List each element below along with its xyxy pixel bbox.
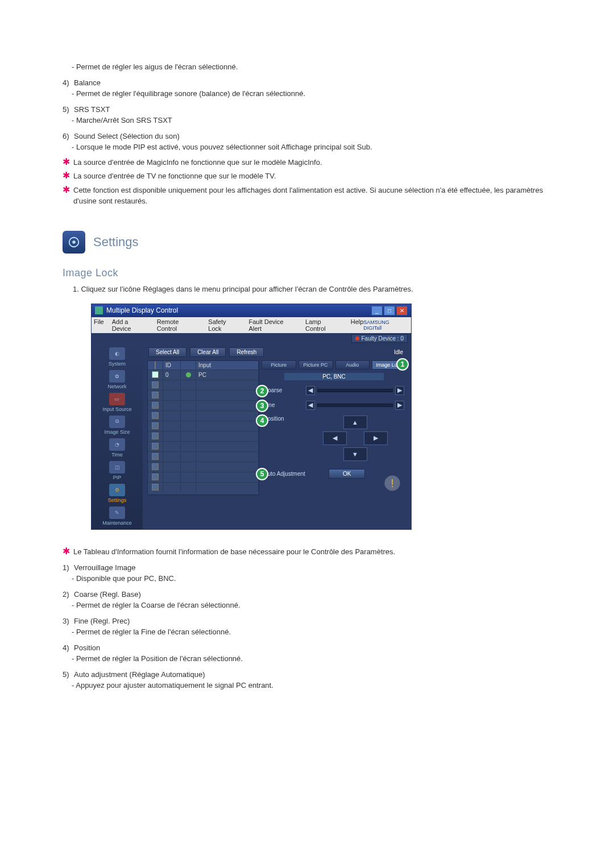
- ok-button[interactable]: OK: [329, 469, 365, 479]
- toolbar-buttons: Select All Clear All Refresh: [148, 347, 264, 357]
- sidebar-label: PIP: [113, 475, 122, 480]
- callout-4: 4: [256, 414, 268, 427]
- decrease-button[interactable]: ◀: [306, 386, 315, 395]
- fine-label: Fine: [264, 402, 301, 408]
- device-grid: ID Input 0 PC: [147, 360, 259, 495]
- list-label: Fine (Regl. Prec): [74, 617, 130, 625]
- faulty-device-badge: Faulty Device : 0: [351, 334, 408, 343]
- body-text: Permet de régler la Fine de l'écran séle…: [76, 628, 231, 636]
- arrow-up-icon: ▲: [352, 419, 358, 426]
- position-left-button[interactable]: ◀: [323, 431, 347, 445]
- list-item: 4)Position- Permet de régler la Position…: [63, 642, 551, 665]
- row-checkbox-icon[interactable]: [152, 422, 159, 429]
- row-checkbox-icon[interactable]: [152, 433, 159, 439]
- body-text: La source d'entrée de MagicInfo ne fonct…: [73, 157, 322, 168]
- app-body: ◐System ✿Network ▭Input Source ⧉Image Si…: [92, 344, 411, 529]
- tab-picture-pc[interactable]: Picture PC: [298, 360, 333, 369]
- sidebar-item-image-size[interactable]: ⧉Image Size: [104, 416, 130, 435]
- list-sub: - Disponible que pour PC, BNC.: [72, 573, 551, 584]
- status-bar: Faulty Device : 0: [92, 333, 411, 344]
- row-checkbox-icon[interactable]: [152, 443, 159, 450]
- app-icon: [95, 306, 103, 314]
- row-checkbox-icon[interactable]: [152, 453, 159, 460]
- sidebar: ◐System ✿Network ▭Input Source ⧉Image Si…: [92, 344, 143, 529]
- close-button[interactable]: ✕: [396, 306, 408, 315]
- decrease-button[interactable]: ◀: [306, 401, 315, 410]
- list-number: 4): [63, 642, 74, 654]
- sidebar-item-system[interactable]: ◐System: [109, 347, 126, 367]
- row-checkbox-icon[interactable]: [152, 484, 159, 491]
- increase-button[interactable]: ▶: [395, 386, 404, 395]
- svg-text:!: !: [391, 477, 394, 489]
- sidebar-item-settings[interactable]: ⚙Settings: [108, 484, 127, 503]
- menu-file[interactable]: File: [94, 318, 104, 332]
- col-input: Input: [196, 361, 259, 369]
- input-source-icon: ▭: [109, 393, 125, 405]
- menu-lamp-control[interactable]: Lamp Control: [305, 318, 343, 332]
- table-row: [148, 462, 259, 472]
- row-checkbox-icon[interactable]: [152, 381, 159, 388]
- intro-text: 1. Cliquez sur l'icône Réglages dans le …: [73, 285, 551, 293]
- clear-all-button[interactable]: Clear All: [190, 347, 226, 357]
- body-text: Lorsque le mode PIP est activé, vous pou…: [76, 143, 372, 151]
- header-checkbox-icon[interactable]: [155, 362, 156, 369]
- menu-add-device[interactable]: Add a Device: [112, 318, 149, 332]
- slider-track[interactable]: [317, 404, 393, 407]
- select-all-button[interactable]: Select All: [148, 347, 186, 357]
- maximize-button[interactable]: □: [384, 306, 395, 315]
- cell-check[interactable]: [148, 370, 163, 380]
- arrow-right-icon: ▶: [397, 387, 402, 394]
- position-right-button[interactable]: ▶: [364, 431, 388, 445]
- sidebar-item-maintenance[interactable]: ✎Maintenance: [102, 506, 132, 526]
- body-text: Permet de régler la Coarse de l'écran sé…: [76, 601, 240, 609]
- tab-audio[interactable]: Audio: [335, 360, 370, 369]
- cell-id: 0: [163, 370, 181, 380]
- menu-fault-device-alert[interactable]: Fault Device Alert: [248, 318, 297, 332]
- increase-button[interactable]: ▶: [395, 401, 404, 410]
- app-window: Multiple Display Control _ □ ✕ File Add …: [91, 304, 412, 530]
- list-continuation: - Permet de régler les aigus de l'écran …: [72, 61, 551, 73]
- table-row: [148, 390, 259, 400]
- callout-3: 3: [256, 400, 268, 412]
- row-checkbox-icon[interactable]: [152, 463, 159, 470]
- sidebar-item-time[interactable]: ◔Time: [109, 438, 125, 458]
- tab-picture[interactable]: Picture: [262, 360, 296, 369]
- table-row[interactable]: 0 PC: [148, 369, 259, 380]
- menu-remote-control[interactable]: Remote Control: [157, 318, 201, 332]
- row-checkbox-icon[interactable]: [152, 474, 159, 480]
- auto-label: Auto Adjustment: [264, 471, 321, 477]
- list-label: Verrouillage Image: [74, 563, 135, 572]
- app-title: Multiple Display Control: [106, 306, 178, 314]
- list-item: 4)Balance - Permet de régler l'équilibra…: [63, 77, 551, 99]
- arrow-left-icon: ◀: [308, 401, 313, 409]
- arrow-right-icon: ▶: [374, 434, 378, 442]
- menu-safety-lock[interactable]: Safety Lock: [208, 318, 240, 332]
- row-checkbox-icon[interactable]: [152, 371, 159, 378]
- table-row: [148, 410, 259, 421]
- slider-track[interactable]: [317, 389, 393, 392]
- star-icon: ✱: [63, 157, 70, 168]
- list-item: 3)Fine (Regl. Prec)- Permet de régler la…: [63, 616, 551, 638]
- coarse-slider[interactable]: ◀ ▶: [306, 386, 404, 395]
- pc-bnc-label: PC, BNC: [284, 373, 384, 380]
- menubar: File Add a Device Remote Control Safety …: [92, 317, 411, 333]
- position-down-button[interactable]: ▼: [343, 447, 367, 461]
- list-number: 5): [63, 669, 74, 680]
- row-checkbox-icon[interactable]: [152, 412, 159, 419]
- fine-slider[interactable]: ◀ ▶: [306, 401, 404, 410]
- sidebar-item-pip[interactable]: ◫PIP: [109, 461, 125, 480]
- sidebar-item-input-source[interactable]: ▭Input Source: [102, 393, 131, 412]
- row-checkbox-icon[interactable]: [152, 392, 159, 398]
- list-label: SRS TSXT: [74, 105, 110, 114]
- sidebar-item-network[interactable]: ✿Network: [107, 370, 126, 389]
- position-up-button[interactable]: ▲: [343, 416, 367, 429]
- body-text: Permet de régler la Position de l'écran …: [76, 654, 243, 663]
- menu-help[interactable]: Help: [351, 318, 364, 332]
- body-text: Appuyez pour ajuster automatiquement le …: [76, 681, 273, 690]
- arrow-down-icon: ▼: [352, 451, 358, 458]
- refresh-button[interactable]: Refresh: [229, 347, 264, 357]
- minimize-button[interactable]: _: [371, 306, 383, 315]
- row-checkbox-icon[interactable]: [152, 402, 159, 409]
- maintenance-icon: ✎: [109, 506, 125, 519]
- sidebar-label: Time: [111, 452, 123, 458]
